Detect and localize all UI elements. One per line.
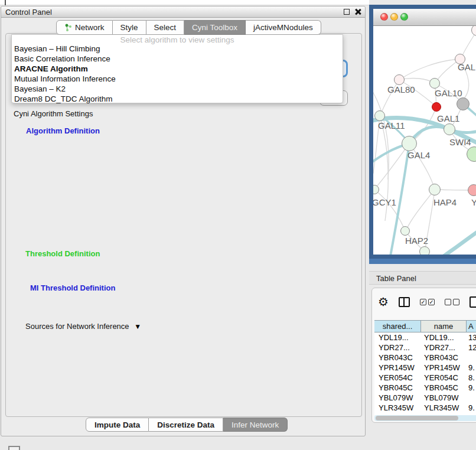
expand-down-icon: ▼	[134, 322, 141, 331]
cell-shared-name[interactable]: YBR043C	[374, 353, 421, 363]
cell-value[interactable]	[467, 353, 476, 363]
cell-shared-name[interactable]: YBR045C	[374, 383, 421, 393]
minimized-panel-chip[interactable]	[8, 446, 20, 450]
table-row[interactable]: YER054C YER054C 8.	[374, 373, 476, 383]
network-node-swi4[interactable]	[444, 123, 455, 135]
tab-network[interactable]: Network	[56, 20, 113, 35]
network-node-selected-red[interactable]	[432, 102, 441, 112]
cell-name[interactable]: YBR045C	[421, 383, 467, 393]
table-horizontal-scrollbar[interactable]	[374, 415, 476, 421]
node-table: shared... name A YDL19... YDL19... 13 YD…	[374, 320, 476, 415]
scrollbar-thumb[interactable]	[376, 416, 458, 420]
cell-value[interactable]: 9.	[467, 383, 476, 393]
node-label: GAL80	[387, 84, 415, 94]
cell-shared-name[interactable]: YLR345W	[374, 403, 421, 413]
network-icon	[64, 24, 72, 31]
network-node-hap2[interactable]	[400, 226, 410, 236]
network-node-gray[interactable]	[457, 97, 470, 110]
zoom-traffic-light-icon[interactable]	[400, 13, 408, 21]
network-node[interactable]	[419, 246, 430, 255]
node-label: GAL1	[437, 113, 459, 123]
columns-icon[interactable]	[399, 297, 410, 307]
control-panel-window: Control Panel Network Style Select Cyni …	[1, 6, 366, 436]
table-toolbar: ⚙ ✓ ✓	[378, 294, 476, 309]
table-panel-titlebar: Table Panel	[369, 271, 476, 285]
node-label: HAP2	[405, 236, 428, 246]
network-node-hap4[interactable]	[429, 184, 441, 195]
new-table-icon[interactable]	[470, 296, 476, 308]
cell-shared-name[interactable]: YER054C	[374, 373, 421, 383]
node-label: GAL11	[378, 120, 405, 131]
tab-infer-network[interactable]: Infer Network	[223, 418, 288, 432]
dropdown-item[interactable]: Bayesian – K2	[14, 84, 66, 94]
network-canvas[interactable]: GAL GAL80 GAL10 GAL1 GAL11 SWI4 GAL4 GCY…	[373, 26, 476, 255]
float-window-icon[interactable]	[344, 9, 350, 15]
gear-icon[interactable]: ⚙	[378, 295, 389, 308]
dropdown-item[interactable]: Dream8 DC_TDC Algorithm	[14, 94, 113, 104]
select-all-columns-icon[interactable]: ✓ ✓	[420, 299, 435, 305]
cell-value[interactable]: 8.	[467, 373, 476, 383]
tab-impute-data[interactable]: Impute Data	[86, 418, 149, 432]
minimize-traffic-light-icon[interactable]	[390, 13, 398, 21]
cell-shared-name[interactable]: YDR27...	[374, 343, 421, 353]
table-body: YDL19... YDL19... 13 YDR27... YDR27... 1…	[374, 332, 476, 415]
cell-value[interactable]: 12	[467, 343, 476, 353]
node-label: SWI4	[449, 137, 471, 147]
cell-name[interactable]: YLR345W	[421, 403, 467, 413]
cell-shared-name[interactable]: YPR145W	[374, 363, 421, 373]
node-label: GAL10	[435, 88, 462, 98]
top-strip-divider	[5, 0, 6, 5]
cell-name[interactable]: YBR043C	[421, 353, 467, 363]
deselect-all-columns-icon[interactable]	[445, 299, 459, 305]
dropdown-item-selected[interactable]: ARACNE Algorithm	[14, 64, 88, 74]
column-header-shared-name[interactable]: shared...	[374, 321, 421, 332]
cell-name[interactable]: YPR145W	[421, 363, 467, 373]
cell-shared-name[interactable]: YDL19...	[374, 332, 421, 343]
close-icon[interactable]	[354, 8, 361, 15]
table-row[interactable]: YBL079W YBL079W	[374, 393, 476, 403]
cell-value[interactable]: 13	[467, 332, 476, 343]
sources-group-title[interactable]: Sources for Network Inference ▼	[23, 322, 144, 331]
cell-value[interactable]	[467, 393, 476, 403]
tab-cyni-toolbox-label: Cyni Toolbox	[192, 23, 237, 32]
network-node-gal4[interactable]	[402, 136, 417, 151]
table-row[interactable]: YDR27... YDR27... 12	[374, 343, 476, 353]
cell-shared-name[interactable]: YBL079W	[374, 393, 421, 403]
network-node-gal11[interactable]	[374, 110, 385, 121]
cell-name[interactable]: YDR27...	[421, 343, 467, 353]
network-view-window: GAL GAL80 GAL10 GAL1 GAL11 SWI4 GAL4 GCY…	[369, 5, 476, 259]
dropdown-item[interactable]: Bayesian – Hill Climbing	[14, 44, 100, 54]
network-node-salmon[interactable]	[468, 184, 476, 196]
tab-select[interactable]: Select	[146, 20, 185, 35]
node-label: GAL4	[407, 150, 430, 160]
table-row[interactable]: YLR345W YLR345W 9.	[374, 403, 476, 413]
tab-jactivemnodules[interactable]: jActiveMNodules	[246, 20, 321, 35]
table-panel-title: Table Panel	[376, 274, 416, 283]
column-header-clipped[interactable]: A	[467, 321, 476, 332]
tab-network-label: Network	[75, 23, 105, 32]
tab-discretize-data[interactable]: Discretize Data	[149, 418, 223, 432]
cell-name[interactable]: YDL19...	[421, 332, 467, 343]
tab-style[interactable]: Style	[113, 20, 146, 35]
close-traffic-light-icon[interactable]	[380, 13, 388, 21]
table-row[interactable]: YDL19... YDL19... 13	[374, 332, 476, 343]
dropdown-item[interactable]: Basic Correlation Inference	[14, 54, 110, 64]
node-label: GCY1	[373, 197, 396, 207]
cell-value[interactable]: 9.	[467, 403, 476, 413]
checked-checkbox-icon: ✓	[428, 299, 435, 305]
cell-name[interactable]: YER054C	[421, 373, 467, 383]
control-panel-titlebar: Control Panel	[1, 6, 365, 18]
table-row[interactable]: YBR043C YBR043C	[374, 353, 476, 363]
table-row[interactable]: YPR145W YPR145W 9.	[374, 363, 476, 373]
cell-value[interactable]: 9.	[467, 363, 476, 373]
network-node-gal80[interactable]	[394, 74, 405, 85]
cell-name[interactable]: YBL079W	[421, 393, 467, 403]
table-row[interactable]: YBR045C YBR045C 9.	[374, 383, 476, 393]
dropdown-item[interactable]: Mutual Information Inference	[14, 74, 116, 84]
column-header-name[interactable]: name	[421, 321, 467, 332]
control-panel-title: Control Panel	[5, 8, 52, 17]
unchecked-checkbox-icon	[453, 299, 459, 305]
network-node-gal10[interactable]	[429, 78, 440, 89]
mi-threshold-group-title: MI Threshold Definition	[28, 283, 118, 292]
tab-cyni-toolbox[interactable]: Cyni Toolbox	[184, 20, 246, 35]
